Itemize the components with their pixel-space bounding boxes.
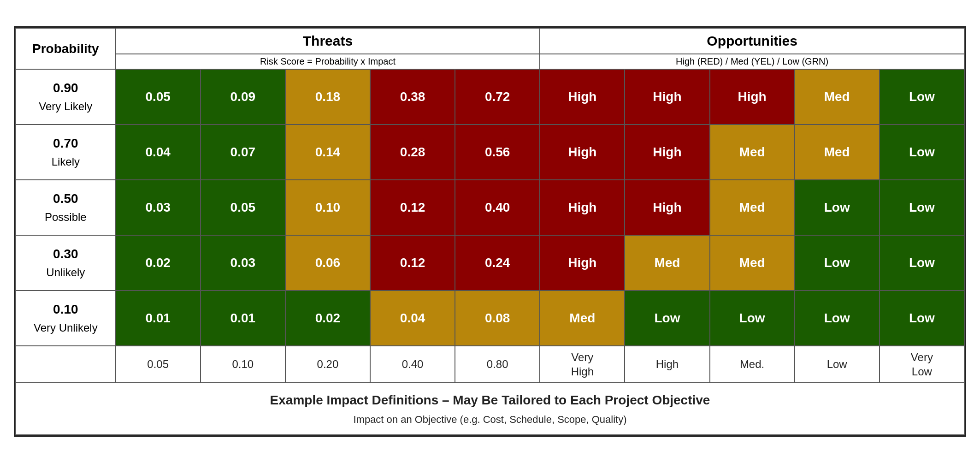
opp-cell: High — [540, 235, 625, 291]
opp-cell: Med — [625, 235, 709, 291]
threat-cell: 0.05 — [201, 180, 285, 235]
footer-val-9: Low — [795, 346, 880, 383]
threat-cell: 0.04 — [370, 291, 455, 346]
threat-cell: 0.72 — [455, 69, 540, 125]
threat-cell: 0.06 — [285, 235, 370, 291]
opportunities-subheader: High (RED) / Med (YEL) / Low (GRN) — [540, 54, 964, 69]
data-row: 0.50Possible0.030.050.100.120.40HighHigh… — [16, 180, 964, 235]
footer-label-row: Example Impact Definitions – May Be Tail… — [16, 383, 964, 435]
footer-val-3: 0.20 — [285, 346, 370, 383]
footer-val-4: 0.40 — [370, 346, 455, 383]
footer-label-main: Example Impact Definitions – May Be Tail… — [24, 391, 956, 410]
threat-cell: 0.12 — [370, 235, 455, 291]
probability-header: Probability — [16, 28, 116, 69]
prob-cell: 0.90Very Likely — [16, 69, 116, 125]
footer-empty — [16, 346, 116, 383]
threats-subheader: Risk Score = Probability x Impact — [116, 54, 540, 69]
footer-val-2: 0.10 — [201, 346, 285, 383]
threat-cell: 0.03 — [201, 235, 285, 291]
threat-cell: 0.56 — [455, 125, 540, 180]
opp-cell: Low — [795, 180, 880, 235]
data-row: 0.30Unlikely0.020.030.060.120.24HighMedM… — [16, 235, 964, 291]
threat-cell: 0.02 — [116, 235, 201, 291]
opp-cell: Med — [795, 69, 880, 125]
footer-val-10: VeryLow — [880, 346, 964, 383]
threat-cell: 0.05 — [116, 69, 201, 125]
prob-cell: 0.50Possible — [16, 180, 116, 235]
opp-cell: Med — [540, 291, 625, 346]
threat-cell: 0.12 — [370, 180, 455, 235]
data-row: 0.10Very Unlikely0.010.010.020.040.08Med… — [16, 291, 964, 346]
data-row: 0.90Very Likely0.050.090.180.380.72HighH… — [16, 69, 964, 125]
footer-val-8: Med. — [710, 346, 795, 383]
opp-cell: High — [625, 125, 709, 180]
threat-cell: 0.10 — [285, 180, 370, 235]
prob-cell: 0.30Unlikely — [16, 235, 116, 291]
threat-cell: 0.40 — [455, 180, 540, 235]
opp-cell: Low — [880, 291, 964, 346]
opp-cell: Low — [710, 291, 795, 346]
threat-cell: 0.14 — [285, 125, 370, 180]
threat-cell: 0.18 — [285, 69, 370, 125]
footer-val-7: High — [625, 346, 709, 383]
data-row: 0.70Likely0.040.070.140.280.56HighHighMe… — [16, 125, 964, 180]
opp-cell: Med — [795, 125, 880, 180]
opportunities-header: Opportunities — [540, 28, 964, 54]
opp-cell: Low — [880, 180, 964, 235]
opp-cell: High — [710, 69, 795, 125]
subheader-row: Risk Score = Probability x Impact High (… — [16, 54, 964, 69]
opp-cell: Low — [795, 235, 880, 291]
threat-cell: 0.08 — [455, 291, 540, 346]
opp-cell: Med — [710, 235, 795, 291]
threat-cell: 0.28 — [370, 125, 455, 180]
threat-cell: 0.24 — [455, 235, 540, 291]
footer-label-sub: Impact on an Objective (e.g. Cost, Sched… — [24, 412, 956, 427]
footer-val-6: VeryHigh — [540, 346, 625, 383]
threat-cell: 0.01 — [201, 291, 285, 346]
opp-cell: High — [540, 125, 625, 180]
footer-label: Example Impact Definitions – May Be Tail… — [16, 383, 964, 435]
threat-cell: 0.38 — [370, 69, 455, 125]
opp-cell: High — [540, 69, 625, 125]
risk-matrix: Probability Threats Opportunities Risk S… — [14, 26, 966, 437]
opp-cell: Med — [710, 125, 795, 180]
opp-cell: High — [540, 180, 625, 235]
header-row: Probability Threats Opportunities — [16, 28, 964, 54]
threat-cell: 0.09 — [201, 69, 285, 125]
prob-cell: 0.10Very Unlikely — [16, 291, 116, 346]
threat-cell: 0.02 — [285, 291, 370, 346]
opp-cell: High — [625, 180, 709, 235]
threat-cell: 0.03 — [116, 180, 201, 235]
footer-val-5: 0.80 — [455, 346, 540, 383]
opp-cell: High — [625, 69, 709, 125]
prob-cell: 0.70Likely — [16, 125, 116, 180]
threat-cell: 0.07 — [201, 125, 285, 180]
threats-header: Threats — [116, 28, 540, 54]
opp-cell: Low — [880, 69, 964, 125]
footer-values-row: 0.05 0.10 0.20 0.40 0.80 VeryHigh High M… — [16, 346, 964, 383]
threat-cell: 0.04 — [116, 125, 201, 180]
opp-cell: Low — [880, 235, 964, 291]
threat-cell: 0.01 — [116, 291, 201, 346]
opp-cell: Low — [795, 291, 880, 346]
opp-cell: Low — [880, 125, 964, 180]
opp-cell: Low — [625, 291, 709, 346]
opp-cell: Med — [710, 180, 795, 235]
footer-val-1: 0.05 — [116, 346, 201, 383]
